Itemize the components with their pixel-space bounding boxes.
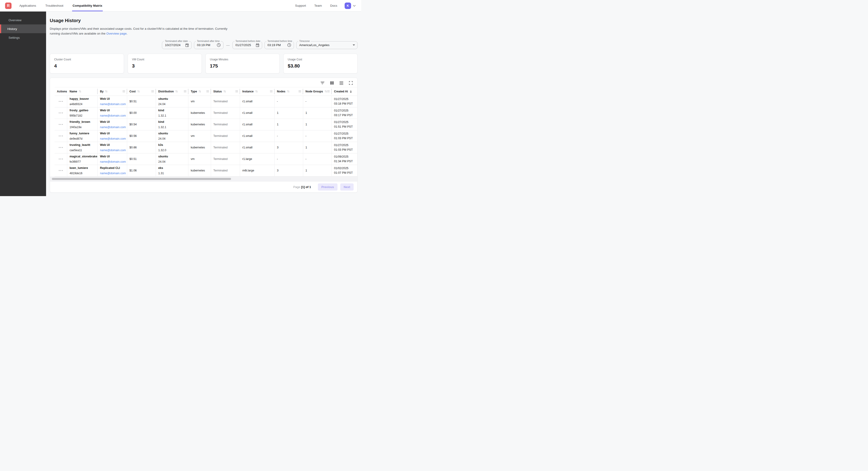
email-link[interactable]: name@domain.com xyxy=(100,160,125,164)
cell-type: kubernetes xyxy=(188,142,211,153)
column-header-node-groups[interactable]: Node Groups xyxy=(303,87,332,96)
table-row: funny_lumierede9ed87dWeb UIname@domain.c… xyxy=(55,130,358,142)
terminated-before-date-field[interactable]: Terminated before date 01/27/2025 xyxy=(232,41,262,49)
distribution-version: 1.31 xyxy=(158,172,186,175)
sidebar-item-history[interactable]: History xyxy=(0,24,46,33)
instance-value: r1.small xyxy=(242,134,272,138)
cluster-id: 1f40a19e xyxy=(69,125,95,129)
terminated-after-time-field[interactable]: Terminated after time 03:19 PM xyxy=(194,41,223,49)
scrollbar-thumb[interactable] xyxy=(52,178,231,180)
row-actions-button[interactable] xyxy=(58,100,64,103)
column-resize-handle[interactable] xyxy=(270,91,273,93)
cell-cost: $0.00 xyxy=(127,107,156,119)
column-resize-handle[interactable] xyxy=(327,91,330,93)
top-nav: R ApplicationsTroubleshootCompatibility … xyxy=(0,0,361,11)
tab-troubleshoot[interactable]: Troubleshoot xyxy=(45,0,64,11)
date-range-separator: — xyxy=(226,43,230,47)
sort-icon xyxy=(223,90,226,93)
timezone-select[interactable]: Timezone America/Los_Angeles xyxy=(296,41,358,49)
cell-name: funny_lumierede9ed87d xyxy=(67,130,98,142)
email-link[interactable]: name@domain.com xyxy=(100,114,125,117)
tab-applications[interactable]: Applications xyxy=(19,0,37,11)
created-time: 01:03 PM PST xyxy=(334,137,355,140)
column-header-created-at[interactable]: Created At xyxy=(332,87,358,96)
distribution-name: ubuntu xyxy=(158,97,186,100)
cell-instance: r1.large xyxy=(240,153,275,165)
app-logo[interactable]: R xyxy=(5,3,11,9)
cell-name: friendly_brown1f40a19e xyxy=(67,119,98,130)
column-resize-handle[interactable] xyxy=(236,91,238,93)
row-actions-button[interactable] xyxy=(58,169,64,172)
nav-team[interactable]: Team xyxy=(314,4,322,7)
filter-button[interactable] xyxy=(320,81,325,85)
row-actions-button[interactable] xyxy=(58,112,64,114)
usage-table: ActionsNameByCostDistributionTypeStatusI… xyxy=(55,87,358,177)
calendar-icon[interactable] xyxy=(255,43,259,47)
fullscreen-icon xyxy=(348,81,353,85)
created-date: 01/09/2025 xyxy=(334,155,355,158)
row-actions-button[interactable] xyxy=(58,123,64,126)
nodes-value: - xyxy=(277,134,301,138)
row-actions-button[interactable] xyxy=(58,135,64,137)
email-link[interactable]: name@domain.com xyxy=(100,102,125,106)
chevron-down-icon[interactable] xyxy=(352,4,356,8)
nodes-value: 1 xyxy=(277,123,301,126)
email-link[interactable]: name@domain.com xyxy=(100,125,125,129)
column-header-label: Instance xyxy=(242,90,254,93)
density-button[interactable] xyxy=(339,81,344,85)
horizontal-scrollbar[interactable] xyxy=(50,177,357,181)
column-resize-handle[interactable] xyxy=(184,91,186,93)
sidebar-item-overview[interactable]: Overview xyxy=(0,16,46,24)
tab-compatibility-matrix[interactable]: Compatibility Matrix xyxy=(72,0,103,11)
email-link[interactable]: name@domain.com xyxy=(100,149,125,152)
column-resize-handle[interactable] xyxy=(207,91,209,93)
nav-docs[interactable]: Docs xyxy=(330,4,337,7)
stat-card-usage-cost: Usage Cost$3.80 xyxy=(283,54,358,73)
cell-distribution: ubuntu24.04 xyxy=(156,130,188,142)
calendar-icon[interactable] xyxy=(185,43,189,47)
cluster-id: fe3f8977 xyxy=(69,160,95,164)
description-period: . xyxy=(127,32,128,35)
row-actions-button[interactable] xyxy=(58,157,64,160)
top-nav-right: SupportTeamDocs K xyxy=(287,0,356,11)
column-header-cost[interactable]: Cost xyxy=(127,87,156,96)
main-content: Usage History Displays prior clusters/VM… xyxy=(46,11,361,196)
overview-page-link[interactable]: Overview page xyxy=(106,32,127,35)
terminated-before-time-field[interactable]: Terminated before time 03:19 PM xyxy=(265,41,294,49)
column-header-name[interactable]: Name xyxy=(67,87,98,96)
cell-actions xyxy=(55,119,67,130)
nav-support[interactable]: Support xyxy=(295,4,306,7)
column-header-status[interactable]: Status xyxy=(211,87,240,96)
cell-by: Web UIname@domain.com xyxy=(98,96,127,107)
email-link[interactable]: name@domain.com xyxy=(100,172,125,175)
email-link[interactable]: name@domain.com xyxy=(100,137,125,140)
created-by-source: Replicated CLI xyxy=(100,166,125,170)
field-label: Terminated after time xyxy=(196,40,221,42)
sort-desc-icon xyxy=(349,90,352,93)
column-header-distribution[interactable]: Distribution xyxy=(156,87,188,96)
column-resize-handle[interactable] xyxy=(299,91,301,93)
cell-instance: r1.small xyxy=(240,142,275,153)
distribution-version: 1.32.0 xyxy=(158,149,186,152)
node-groups-value: 1 xyxy=(306,111,329,115)
columns-button[interactable] xyxy=(330,81,334,85)
previous-page-button[interactable]: Previous xyxy=(318,183,338,190)
row-actions-button[interactable] xyxy=(58,146,64,149)
column-header-instance[interactable]: Instance xyxy=(240,87,275,96)
sidebar-item-settings[interactable]: Settings xyxy=(0,33,46,42)
next-page-button[interactable]: Next xyxy=(340,183,353,190)
column-header-nodes[interactable]: Nodes xyxy=(275,87,303,96)
column-resize-handle[interactable] xyxy=(151,91,154,93)
column-header-by[interactable]: By xyxy=(98,87,127,96)
cell-distribution: kind1.32.1 xyxy=(156,119,188,130)
column-resize-handle[interactable] xyxy=(123,91,125,93)
clock-icon[interactable] xyxy=(217,43,221,47)
cell-distribution: ubuntu24.04 xyxy=(156,153,188,165)
sort-icon xyxy=(105,90,108,93)
column-header-type[interactable]: Type xyxy=(188,87,211,96)
fullscreen-button[interactable] xyxy=(348,81,353,85)
avatar[interactable]: K xyxy=(345,3,351,9)
cell-node-groups: 1 xyxy=(303,107,332,119)
clock-icon[interactable] xyxy=(287,43,291,47)
terminated-after-date-field[interactable]: Terminated after date 10/27/2024 xyxy=(162,41,192,49)
